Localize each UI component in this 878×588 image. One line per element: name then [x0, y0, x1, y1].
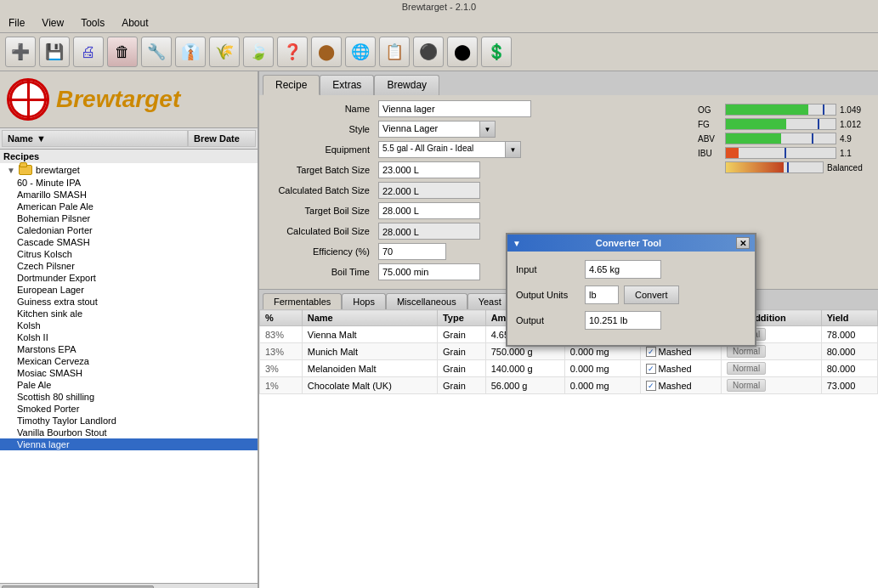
horizontal-scrollbar[interactable] — [0, 583, 258, 588]
recipe-item[interactable]: Kolsh — [0, 319, 258, 331]
boil-time-input[interactable] — [378, 263, 480, 280]
new-button[interactable]: ➕ — [5, 37, 36, 67]
recipe-item[interactable]: Amarillo SMASH — [0, 189, 258, 201]
recipe-item[interactable]: Czech Pilsner — [0, 260, 258, 272]
folder-icon — [19, 165, 32, 175]
recipe-item[interactable]: Citrus Kolsch — [0, 248, 258, 260]
target-batch-input[interactable] — [378, 161, 480, 178]
style-field[interactable]: Vienna Lager — [378, 121, 480, 138]
save-button[interactable]: 💾 — [39, 37, 70, 67]
late-addition-btn[interactable]: Normal — [727, 362, 766, 375]
ibu-fill — [726, 148, 739, 158]
cell-type: Grain — [437, 326, 485, 343]
recipe-button[interactable]: 📋 — [379, 37, 410, 67]
recipe-item[interactable]: European Lager — [0, 284, 258, 296]
column-brew-date[interactable]: Brew Date — [188, 130, 256, 147]
misc-button[interactable]: ⬤ — [311, 37, 342, 67]
abv-marker — [812, 133, 813, 144]
style-button[interactable]: ⬤ — [447, 37, 478, 67]
tab-fermentables[interactable]: Fermentables — [263, 293, 342, 309]
equipment-label: Equipment — [264, 144, 375, 155]
converter-close-button[interactable]: ✕ — [736, 237, 750, 249]
mashed-label: Mashed — [659, 364, 692, 374]
tab-recipe[interactable]: Recipe — [263, 75, 320, 95]
col-yield[interactable]: Yield — [821, 310, 877, 326]
fg-label: FG — [698, 120, 722, 129]
converter-input-field[interactable] — [585, 260, 661, 279]
money-button[interactable]: 💲 — [481, 37, 512, 67]
recipe-item[interactable]: Guiness extra stout — [0, 296, 258, 308]
recipe-item[interactable]: Vienna lager — [0, 438, 258, 450]
delete-button[interactable]: 🗑 — [107, 37, 138, 67]
convert-button[interactable]: Convert — [624, 286, 679, 304]
mash-button[interactable]: ⚫ — [413, 37, 444, 67]
tab-brewday[interactable]: Brewday — [374, 75, 439, 95]
tools-button[interactable]: 🔧 — [141, 37, 172, 67]
col-percent[interactable]: % — [260, 310, 303, 326]
recipe-item[interactable]: Caledonian Porter — [0, 224, 258, 236]
window-title: Brewtarget - 2.1.0 — [402, 2, 476, 12]
color-row: Balanced — [698, 161, 870, 173]
recipe-item[interactable]: Bohemian Pilsner — [0, 212, 258, 224]
name-input[interactable] — [378, 100, 531, 117]
converter-units-input[interactable] — [585, 286, 619, 304]
late-addition-btn[interactable]: Normal — [727, 379, 766, 392]
mashed-checkbox[interactable]: ✓ — [646, 364, 656, 374]
menu-about[interactable]: About — [116, 15, 153, 31]
recipe-item[interactable]: Scottish 80 shilling — [0, 391, 258, 403]
menu-view[interactable]: View — [37, 15, 69, 31]
boil-time-label: Boil Time — [264, 267, 375, 277]
column-name[interactable]: Name ▼ — [2, 130, 188, 147]
tab-miscellaneous[interactable]: Miscellaneous — [386, 293, 467, 309]
recipe-item[interactable]: Timothy Taylor Landlord — [0, 415, 258, 427]
recipe-item[interactable]: Kitchen sink ale — [0, 308, 258, 319]
equipment-field[interactable]: 5.5 gal - All Grain - Ideal — [378, 141, 506, 158]
water-button[interactable]: 🌐 — [345, 37, 376, 67]
mashed-label: Mashed — [659, 381, 692, 391]
recipe-item[interactable]: Cascade SMASH — [0, 236, 258, 248]
cell-amount: 56.000 g — [485, 377, 564, 394]
recipe-folder[interactable]: ▼ brewtarget — [0, 163, 258, 177]
style-dropdown-arrow[interactable]: ▼ — [480, 121, 496, 138]
ibu-marker — [785, 148, 786, 158]
equipment-dropdown-arrow[interactable]: ▼ — [506, 141, 521, 158]
name-row: Name — [264, 100, 688, 117]
ibu-row: IBU 1.1 — [698, 147, 870, 159]
recipe-item[interactable]: American Pale Ale — [0, 201, 258, 212]
recipe-item[interactable]: Pale Ale — [0, 379, 258, 391]
tab-extras[interactable]: Extras — [320, 75, 374, 95]
recipe-item[interactable]: 60 - Minute IPA — [0, 177, 258, 189]
recipe-item[interactable]: Marstons EPA — [0, 343, 258, 355]
equipment-button[interactable]: 👔 — [175, 37, 206, 67]
tab-hops[interactable]: Hops — [342, 293, 386, 309]
efficiency-input[interactable] — [378, 243, 446, 260]
print-button[interactable]: 🖨 — [73, 37, 104, 67]
grain-button[interactable]: 🌾 — [209, 37, 240, 67]
cell-inventory: 0.000 mg — [564, 360, 640, 377]
hops-button[interactable]: 🍃 — [243, 37, 274, 67]
cell-name: Chocolate Malt (UK) — [302, 377, 437, 394]
logo-text: Brewtarget — [56, 86, 180, 113]
converter-dropdown-indicator[interactable]: ▼ — [513, 239, 521, 248]
col-name[interactable]: Name — [302, 310, 437, 326]
col-type[interactable]: Type — [437, 310, 485, 326]
mashed-checkbox[interactable]: ✓ — [646, 347, 656, 357]
abv-value: 4.9 — [840, 134, 870, 144]
mashed-checkbox[interactable]: ✓ — [646, 381, 656, 391]
menu-tools[interactable]: Tools — [76, 15, 110, 31]
folder-label: brewtarget — [36, 165, 80, 175]
cell-percent: 1% — [260, 377, 303, 394]
recipe-item[interactable]: Vanilla Bourbon Stout — [0, 427, 258, 438]
recipe-item[interactable]: Smoked Porter — [0, 403, 258, 415]
recipe-item[interactable]: Dortmunder Export — [0, 272, 258, 284]
recipe-item[interactable]: Mosiac SMASH — [0, 367, 258, 379]
target-boil-input[interactable] — [378, 202, 480, 219]
logo-area: Brewtarget — [0, 71, 258, 128]
late-addition-btn[interactable]: Normal — [727, 345, 766, 358]
converter-output-field[interactable] — [585, 311, 661, 330]
menu-file[interactable]: File — [3, 15, 30, 31]
recipe-item[interactable]: Mexican Cerveza — [0, 355, 258, 367]
help-button[interactable]: ❓ — [277, 37, 308, 67]
recipe-item[interactable]: Kolsh II — [0, 331, 258, 343]
calc-batch-label: Calculated Batch Size — [264, 185, 375, 195]
